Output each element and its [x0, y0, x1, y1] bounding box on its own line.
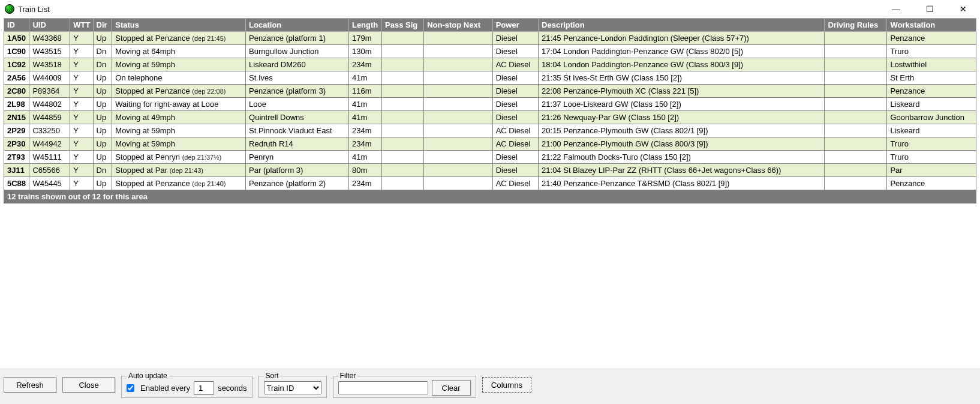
cell-id: 2T93: [4, 151, 29, 164]
col-driving-rules[interactable]: Driving Rules: [825, 19, 887, 32]
table-row[interactable]: 3J11C65566YDnStopped at Par (dep 21:43)P…: [4, 164, 976, 177]
maximize-icon[interactable]: ☐: [921, 3, 938, 15]
cell-power: AC Diesel: [492, 137, 538, 151]
window-title: Train List: [18, 5, 50, 14]
cell-workstation: Goonbarrow Junction: [887, 111, 976, 124]
columns-button[interactable]: Columns: [482, 377, 532, 393]
filter-input[interactable]: [338, 381, 428, 394]
table-row[interactable]: 5C88W45445YUpStopped at Penzance (dep 21…: [4, 177, 976, 190]
cell-location: Par (platform 3): [246, 164, 349, 177]
cell-length: 41m: [348, 98, 381, 111]
sort-group: Sort Train ID: [258, 372, 327, 398]
table-row[interactable]: 2N15W44859YUpMoving at 49mphQuintrell Do…: [4, 111, 976, 124]
cell-id: 2A56: [4, 71, 29, 85]
cell-workstation: Penzance: [887, 177, 976, 190]
cell-pass-sig: [382, 71, 424, 85]
cell-wtt: Y: [70, 85, 93, 98]
auto-update-checkbox[interactable]: [127, 384, 134, 392]
close-icon[interactable]: ✕: [955, 3, 972, 15]
cell-status: Waiting for right-away at Looe: [112, 98, 246, 111]
cell-wtt: Y: [70, 137, 93, 151]
cell-location: Quintrell Downs: [246, 111, 349, 124]
table-row[interactable]: 2P30W44942YUpMoving at 59mphRedruth R142…: [4, 137, 976, 151]
cell-uid: C65566: [29, 164, 70, 177]
table-row[interactable]: 2L98W44802YUpWaiting for right-away at L…: [4, 98, 976, 111]
cell-power: Diesel: [492, 98, 538, 111]
cell-wtt: Y: [70, 45, 93, 58]
cell-power: AC Diesel: [492, 124, 538, 137]
cell-location: Redruth R14: [246, 137, 349, 151]
table-row[interactable]: 2A56W44009YUpOn telephoneSt Ives41mDiese…: [4, 71, 976, 85]
cell-uid: W44859: [29, 111, 70, 124]
cell-wtt: Y: [70, 164, 93, 177]
table-status-text: 12 trains shown out of 12 for this area: [4, 190, 976, 204]
cell-length: 179m: [348, 32, 381, 45]
cell-driving-rules: [825, 58, 887, 71]
cell-wtt: Y: [70, 71, 93, 85]
cell-driving-rules: [825, 177, 887, 190]
cell-dir: Up: [93, 124, 112, 137]
cell-dir: Dn: [93, 45, 112, 58]
table-row[interactable]: 2C80P89364YUpStopped at Penzance (dep 22…: [4, 85, 976, 98]
col-id[interactable]: ID: [4, 19, 29, 32]
cell-nonstop: [424, 45, 493, 58]
refresh-button[interactable]: Refresh: [4, 377, 56, 393]
cell-dir: Dn: [93, 164, 112, 177]
clear-button[interactable]: Clear: [432, 380, 471, 396]
cell-nonstop: [424, 111, 493, 124]
cell-nonstop: [424, 151, 493, 164]
cell-workstation: Lostwithiel: [887, 58, 976, 71]
col-workstation[interactable]: Workstation: [887, 19, 976, 32]
cell-uid: P89364: [29, 85, 70, 98]
col-location[interactable]: Location: [246, 19, 349, 32]
col-wtt[interactable]: WTT: [70, 19, 93, 32]
cell-nonstop: [424, 164, 493, 177]
cell-length: 41m: [348, 71, 381, 85]
table-row[interactable]: 1C90W43515YDnMoving at 64mphBurngullow J…: [4, 45, 976, 58]
cell-id: 3J11: [4, 164, 29, 177]
cell-uid: W45445: [29, 177, 70, 190]
cell-power: Diesel: [492, 151, 538, 164]
cell-driving-rules: [825, 85, 887, 98]
sort-legend: Sort: [264, 372, 281, 380]
col-power[interactable]: Power: [492, 19, 538, 32]
cell-dir: Dn: [93, 58, 112, 71]
cell-pass-sig: [382, 111, 424, 124]
auto-update-enabled-label: Enabled every: [140, 384, 190, 393]
cell-wtt: Y: [70, 177, 93, 190]
cell-length: 130m: [348, 45, 381, 58]
cell-status: Stopped at Penzance (dep 21:45): [112, 32, 246, 45]
col-nonstop[interactable]: Non-stop Next: [424, 19, 493, 32]
col-pass-sig[interactable]: Pass Sig: [382, 19, 424, 32]
table-row[interactable]: 2P29C33250YUpMoving at 59mphSt Pinnock V…: [4, 124, 976, 137]
auto-update-interval-input[interactable]: [194, 381, 214, 395]
table-row[interactable]: 2T93W45111YUpStopped at Penryn (dep 21:3…: [4, 151, 976, 164]
cell-driving-rules: [825, 45, 887, 58]
cell-driving-rules: [825, 32, 887, 45]
cell-description: 20:15 Penzance-Plymouth GW (Class 802/1 …: [539, 124, 825, 137]
table-row[interactable]: 1C92W43518YDnMoving at 59mphLiskeard DM2…: [4, 58, 976, 71]
cell-power: Diesel: [492, 85, 538, 98]
minimize-icon[interactable]: —: [888, 3, 904, 15]
cell-workstation: Penzance: [887, 85, 976, 98]
cell-uid: W44802: [29, 98, 70, 111]
cell-workstation: Par: [887, 164, 976, 177]
sort-select[interactable]: Train ID: [264, 381, 321, 394]
cell-location: St Ives: [246, 71, 349, 85]
close-button[interactable]: Close: [62, 377, 115, 393]
cell-description: 21:26 Newquay-Par GW (Class 150 [2]): [539, 111, 825, 124]
col-status[interactable]: Status: [112, 19, 246, 32]
col-length[interactable]: Length: [348, 19, 381, 32]
cell-id: 2N15: [4, 111, 29, 124]
col-uid[interactable]: UID: [29, 19, 70, 32]
cell-location: Penzance (platform 2): [246, 177, 349, 190]
table-row[interactable]: 1A50W43368YUpStopped at Penzance (dep 21…: [4, 32, 976, 45]
col-dir[interactable]: Dir: [93, 19, 112, 32]
cell-pass-sig: [382, 98, 424, 111]
col-description[interactable]: Description: [539, 19, 825, 32]
train-table: ID UID WTT Dir Status Location Length Pa…: [4, 18, 976, 204]
cell-dir: Up: [93, 71, 112, 85]
cell-description: 21:37 Looe-Liskeard GW (Class 150 [2]): [539, 98, 825, 111]
cell-length: 234m: [348, 137, 381, 151]
cell-nonstop: [424, 32, 493, 45]
